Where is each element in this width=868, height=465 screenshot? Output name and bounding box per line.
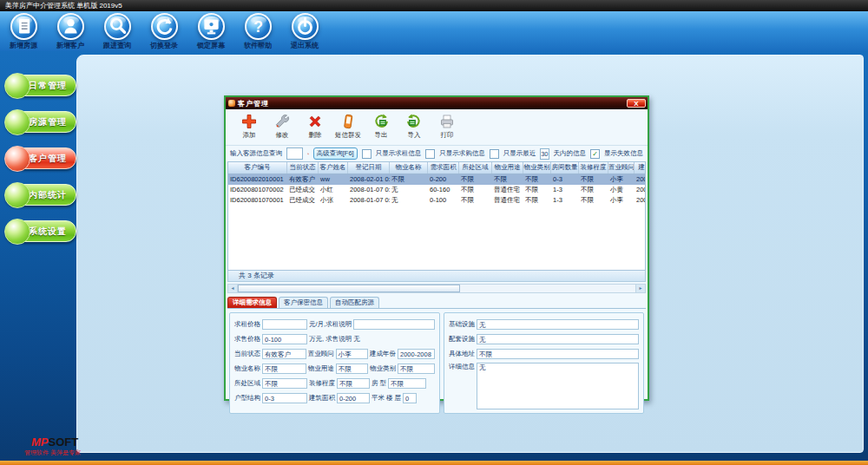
table-row[interactable]: ID6200802010001有效客户ww2008-02-01 0:00不限0-… — [228, 174, 646, 185]
scrollbar-thumb[interactable] — [238, 285, 460, 292]
form-field[interactable]: 2000-2008 — [398, 349, 435, 359]
table-cell: 普通住宅 — [492, 185, 523, 195]
table-column-header[interactable]: 置业顾问 — [608, 162, 635, 174]
form-field[interactable] — [353, 319, 435, 330]
checkbox-show-expired[interactable]: ✓ — [590, 149, 600, 159]
form-field[interactable]: 不限 — [262, 363, 306, 374]
tab-customer-private-info[interactable]: 客户保密信息 — [279, 297, 328, 308]
checkbox-show-expired-label: 显示失效信息 — [604, 149, 643, 158]
sidebar-item-listing-management[interactable]: 房源管理 — [5, 111, 76, 133]
sidebar-item-customer-management[interactable]: 客户管理 — [5, 147, 76, 169]
form-field[interactable]: 不限 — [388, 378, 426, 389]
scroll-right-arrow-icon[interactable]: ► — [635, 285, 645, 292]
tab-demand-detail[interactable]: 详细需求信息 — [227, 297, 277, 308]
table-cell: 2008-02-01 0:00 — [348, 174, 390, 185]
recent-days-input[interactable]: 30 — [540, 148, 549, 160]
form-label: 详细信息 — [449, 363, 475, 371]
form-field[interactable]: 无 — [477, 319, 639, 330]
print-button[interactable]: 打印 — [434, 113, 460, 140]
table-cell: 不限 — [459, 174, 492, 185]
table-cell: 不限 — [459, 185, 492, 195]
table-cell: 0-3 — [551, 174, 579, 185]
form-field[interactable]: 不限 — [477, 349, 639, 359]
checkbox-recent-only[interactable] — [490, 149, 499, 159]
form-field[interactable]: 不限 — [262, 378, 307, 389]
table-column-header[interactable]: 房间数量 — [551, 162, 579, 174]
checkbox-rent-only[interactable] — [362, 149, 372, 159]
toolbar-software-help-button[interactable]: ? 软件帮助 — [234, 13, 281, 50]
form-field[interactable] — [262, 319, 307, 330]
form-field[interactable]: 小李 — [336, 349, 368, 359]
table-cell: 小黄 — [608, 185, 635, 195]
table-cell: 有效客户 — [287, 174, 319, 185]
sidebar-item-daily-management[interactable]: 日常管理 — [5, 75, 76, 96]
table-column-header[interactable]: 物业名称 — [390, 162, 428, 174]
form-field[interactable]: 无 — [477, 334, 639, 344]
sidebar-item-internal-statistics[interactable]: 内部统计 — [5, 184, 76, 206]
table-column-header[interactable]: 客户编号 — [228, 162, 287, 174]
form-label: 房 型 — [372, 379, 386, 388]
sms-broadcast-phone-icon — [339, 113, 357, 130]
form-label: 层 — [395, 394, 402, 403]
toolbar-exit-system-button[interactable]: 退出系统 — [281, 13, 328, 50]
table-cell: 普通住宅 — [492, 195, 523, 206]
form-label: 装修程度 — [309, 379, 335, 388]
toolbar-new-listing-button[interactable]: 新增房源 — [0, 13, 47, 50]
table-column-header[interactable]: 客户姓名 — [319, 162, 348, 174]
checkbox-buy-only[interactable] — [425, 149, 435, 159]
checkbox-rent-only-label: 只显示求租信息 — [376, 149, 422, 158]
table-column-header[interactable]: 需求面积 — [428, 162, 459, 174]
form-field[interactable]: 0-100 — [262, 334, 307, 344]
form-field[interactable]: 不限 — [336, 363, 368, 374]
form-label: 物业类别 — [370, 364, 396, 373]
sidebar-item-system-settings[interactable]: 系统设置 — [5, 220, 76, 242]
toolbar-label: 新增房源 — [10, 41, 37, 50]
table-column-header[interactable]: 装修程度 — [579, 162, 608, 174]
table-column-header[interactable]: 物业用途 — [492, 162, 523, 174]
form-field[interactable]: 0 — [403, 393, 417, 403]
edit-button[interactable]: 修改 — [269, 113, 295, 140]
detail-tabs: 详细需求信息 客户保密信息 自动匹配房源 — [227, 297, 646, 309]
export-button[interactable]: 导出 — [368, 113, 394, 140]
delete-button[interactable]: 删除 — [302, 113, 328, 140]
toolbar-label: 切换登录 — [150, 41, 178, 50]
tab-auto-match-listings[interactable]: 自动匹配房源 — [330, 297, 379, 308]
table-column-header[interactable]: 当前状态 — [287, 162, 319, 174]
switch-login-refresh-icon — [151, 13, 178, 40]
scroll-left-arrow-icon[interactable]: ◄ — [228, 285, 238, 292]
form-field[interactable]: 不限 — [337, 378, 370, 389]
checkbox-recent-prefix-label: 只显示最近 — [503, 149, 536, 158]
form-field[interactable]: 不限 — [398, 363, 435, 374]
search-input[interactable] — [286, 147, 303, 160]
form-label: 所处区域 — [234, 379, 260, 388]
toolbar-switch-login-button[interactable]: 切换登录 — [141, 13, 187, 50]
close-icon[interactable]: X — [627, 99, 646, 108]
table-column-header[interactable]: 物业类别 — [523, 162, 551, 174]
toolbar-new-customer-button[interactable]: 新增客户 — [47, 13, 94, 50]
sms-broadcast-button[interactable]: 短信群发 — [335, 113, 361, 140]
table-cell: 不限 — [492, 174, 523, 185]
logo-mp: MP — [31, 436, 49, 449]
form-row: 当前状态有效客户置业顾问小李建成年份2000-2008 — [234, 346, 435, 361]
demand-detail-groupbox-left: 求租价格元/月,求租说明求售价格0-100万元, 求售说明无当前状态有效客户置业… — [229, 312, 440, 414]
form-row: 求售价格0-100万元, 求售说明无 — [234, 331, 435, 346]
dialog-title: 客户管理 — [238, 99, 269, 108]
table-column-header[interactable]: 登记日期 — [348, 162, 390, 174]
table-row[interactable]: ID6200801070001已经成交小张2008-01-07 0:00无0-1… — [228, 195, 646, 206]
table-column-header[interactable]: 所处区域 — [459, 162, 492, 174]
table-column-header[interactable]: 建成年份 — [635, 162, 646, 174]
table-row[interactable]: ID6200801070002已经成交小红2008-01-07 0:00无60-… — [228, 185, 646, 195]
form-field[interactable]: 无 — [477, 363, 639, 409]
toolbar-lock-screen-button[interactable]: 锁定屏幕 — [187, 13, 234, 50]
delete-icon — [306, 113, 324, 130]
form-field[interactable]: 0-3 — [262, 393, 307, 403]
import-button[interactable]: 导入 — [401, 113, 427, 140]
form-field[interactable]: 0-200 — [337, 393, 370, 403]
add-button[interactable]: 添加 — [236, 113, 262, 140]
horizontal-scrollbar[interactable]: ◄ ► — [227, 284, 646, 293]
search-magnifier-icon[interactable] — [307, 148, 309, 160]
advanced-query-button[interactable]: 高级查询[F6] — [313, 147, 358, 160]
table-cell: 小李 — [608, 174, 635, 185]
toolbar-follow-up-search-button[interactable]: 跟进查询 — [94, 13, 141, 50]
form-field[interactable]: 有效客户 — [262, 349, 306, 359]
